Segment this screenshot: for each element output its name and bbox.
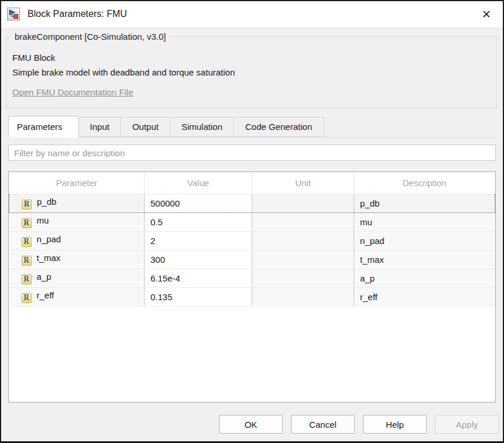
tab-parameters[interactable]: Parameters	[8, 116, 79, 138]
filter-container	[8, 145, 496, 161]
unit-cell[interactable]	[252, 231, 354, 250]
parameter-name: n_pad	[37, 234, 61, 244]
value-cell[interactable]: 0.135	[145, 287, 252, 306]
column-header-unit[interactable]: Unit	[252, 172, 354, 194]
column-header-description[interactable]: Description	[354, 172, 495, 194]
table-row[interactable]: Rp_db500000p_db	[9, 194, 495, 212]
description-cell[interactable]: t_max	[354, 250, 495, 269]
real-type-icon: R	[22, 256, 32, 266]
tab-simulation[interactable]: Simulation	[170, 117, 234, 137]
parameter-name: mu	[37, 215, 49, 225]
close-icon: ✕	[482, 8, 491, 20]
unit-cell[interactable]	[252, 287, 354, 306]
column-header-value[interactable]: Value	[145, 172, 252, 194]
real-type-icon: R	[22, 237, 32, 247]
groupbox-legend: brakeComponent [Co-Simulation, v3.0]	[11, 31, 169, 42]
parameter-table-panel: Parameter Value Unit Description Rp_db50…	[8, 171, 496, 403]
value-cell[interactable]: 2	[145, 231, 252, 250]
parameter-table: Parameter Value Unit Description Rp_db50…	[9, 172, 495, 307]
description-cell[interactable]: r_eff	[354, 287, 495, 306]
description-cell[interactable]: p_db	[354, 194, 495, 212]
parameter-cell[interactable]: Rr_eff	[9, 287, 145, 306]
table-row[interactable]: Rt_max300t_max	[9, 250, 495, 269]
real-type-icon: R	[22, 293, 32, 303]
tab-input[interactable]: Input	[79, 117, 121, 137]
value-cell[interactable]: 300	[145, 250, 252, 269]
fmu-info-groupbox: brakeComponent [Co-Simulation, v3.0] FMU…	[6, 36, 497, 109]
close-button[interactable]: ✕	[479, 8, 493, 21]
fmu-block-icon	[7, 8, 20, 20]
dialog-button-bar: OK Cancel Help Apply	[1, 403, 503, 441]
block-parameters-dialog: Block Parameters: FMU ✕ brakeComponent […	[0, 0, 504, 443]
title-bar: Block Parameters: FMU ✕	[1, 1, 503, 27]
parameter-cell[interactable]: Rt_max	[9, 250, 145, 269]
help-button[interactable]: Help	[363, 415, 427, 434]
value-cell[interactable]: 0.5	[145, 212, 252, 231]
table-row[interactable]: Rr_eff0.135r_eff	[9, 287, 495, 306]
parameter-name: r_eff	[37, 290, 54, 300]
cancel-button[interactable]: Cancel	[291, 415, 355, 434]
value-cell[interactable]: 500000	[145, 194, 252, 212]
real-type-icon: R	[22, 218, 32, 228]
fmu-description: Simple brake model with deadband and tor…	[12, 67, 489, 78]
description-cell[interactable]: mu	[354, 212, 495, 231]
real-type-icon: R	[22, 274, 32, 284]
parameter-cell[interactable]: Ra_p	[9, 269, 145, 287]
window-title: Block Parameters: FMU	[28, 9, 127, 19]
parameter-cell[interactable]: Rp_db	[9, 194, 145, 212]
tab-code-generation[interactable]: Code Generation	[234, 117, 324, 137]
description-cell[interactable]: n_pad	[354, 231, 495, 250]
real-type-icon: R	[22, 200, 32, 210]
parameter-cell[interactable]: Rn_pad	[9, 231, 145, 250]
description-cell[interactable]: a_p	[354, 269, 495, 287]
unit-cell[interactable]	[252, 194, 354, 212]
unit-cell[interactable]	[252, 269, 354, 287]
filter-input[interactable]	[8, 145, 496, 161]
parameter-name: p_db	[37, 197, 56, 207]
apply-button[interactable]: Apply	[435, 415, 499, 434]
column-header-parameter[interactable]: Parameter	[9, 172, 145, 194]
unit-cell[interactable]	[252, 212, 354, 231]
parameter-name: a_p	[37, 272, 52, 281]
tab-output[interactable]: Output	[121, 117, 170, 137]
parameter-name: t_max	[37, 253, 61, 263]
ok-button[interactable]: OK	[219, 415, 283, 434]
unit-cell[interactable]	[252, 250, 354, 269]
tab-bar: Parameters Input Output Simulation Code …	[8, 116, 496, 138]
table-row[interactable]: Rmu0.5mu	[9, 212, 495, 231]
parameter-table-body: Rp_db500000p_dbRmu0.5muRn_pad2n_padRt_ma…	[9, 194, 495, 306]
parameter-cell[interactable]: Rmu	[9, 212, 145, 231]
fmu-block-label: FMU Block	[12, 52, 489, 64]
value-cell[interactable]: 6.15e-4	[145, 269, 252, 287]
table-header-row: Parameter Value Unit Description	[9, 172, 495, 194]
table-row[interactable]: Rn_pad2n_pad	[9, 231, 495, 250]
table-row[interactable]: Ra_p6.15e-4a_p	[9, 269, 495, 287]
open-documentation-link[interactable]: Open FMU Documentation File	[12, 87, 133, 97]
